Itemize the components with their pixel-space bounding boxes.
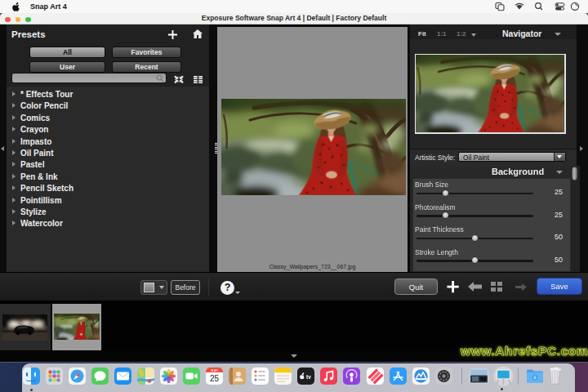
svg-text:tv: tv [306, 374, 311, 380]
svg-text:25: 25 [209, 374, 219, 383]
svg-text:MAR: MAR [211, 368, 218, 372]
